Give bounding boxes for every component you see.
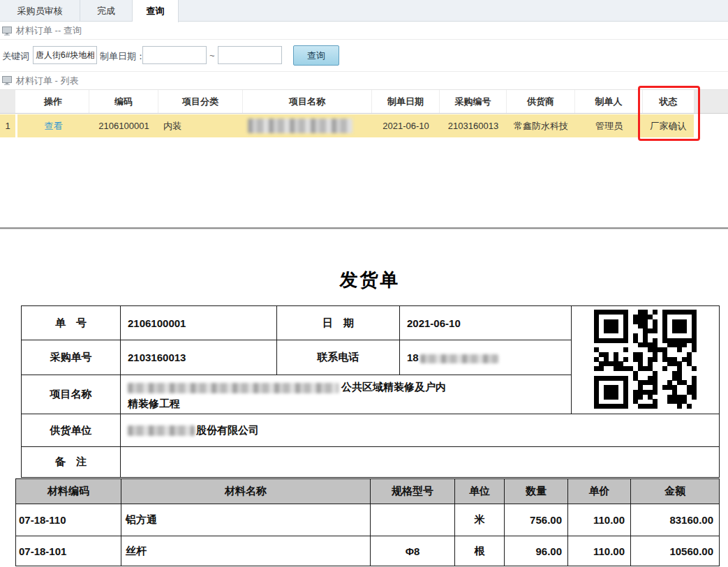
col-header-creator[interactable]: 制单人 (575, 90, 643, 113)
mat-spec (371, 504, 455, 536)
order-list-header: 操作 编码 项目分类 项目名称 制单日期 采购编号 供货商 制单人 状态 (0, 89, 728, 114)
col-header-supplier[interactable]: 供货商 (507, 90, 575, 113)
mat-unit: 米 (455, 504, 505, 536)
row-number-header (0, 90, 15, 113)
mat-code: 07-18-110 (16, 504, 121, 536)
document-divider (0, 227, 728, 229)
order-no-value: 2106100001 (121, 306, 277, 340)
mat-col-price: 单价 (568, 479, 631, 504)
project-name-cell (243, 114, 372, 137)
mat-price: 110.00 (568, 536, 631, 566)
col-header-date[interactable]: 制单日期 (372, 90, 440, 113)
order-date-label: 制单日期： (100, 50, 145, 63)
screen: 采购员审核 完成 查询 材料订单 -- 查询 关键词： 制单日期： ~ 查询 材… (0, 0, 728, 567)
date-label: 日 期 (277, 306, 400, 340)
list-panel-title: 材料订单 - 列表 (16, 75, 79, 87)
purchase-no-value: 2103160013 (121, 340, 277, 375)
supplier-cell: 常鑫防水科技 (507, 114, 575, 137)
query-panel-title: 材料订单 -- 查询 (16, 24, 82, 37)
delivery-note-title: 发货单 (21, 268, 719, 292)
list-panel-header: 材料订单 - 列表 (0, 72, 728, 89)
mat-qty: 96.00 (505, 536, 568, 566)
mat-code: 07-18-101 (16, 536, 121, 566)
project-label: 项目名称 (22, 375, 121, 414)
creator-cell: 管理员 (575, 114, 643, 137)
redacted-supplier-text (128, 425, 195, 436)
view-link[interactable]: 查看 (45, 120, 63, 133)
mat-col-qty: 数量 (505, 479, 568, 504)
col-header-purchase-no[interactable]: 采购编号 (440, 90, 507, 113)
mat-qty: 756.00 (505, 504, 568, 536)
qr-cell (572, 306, 720, 414)
search-form: 关键词： 制单日期： ~ 查询 (0, 40, 728, 72)
phone-label: 联系电话 (277, 340, 400, 375)
mat-col-amount: 金额 (631, 479, 720, 504)
query-panel-header: 材料订单 -- 查询 (0, 22, 728, 40)
category-cell: 内装 (158, 114, 243, 137)
code-cell: 2106100001 (89, 114, 158, 137)
col-header-category[interactable]: 项目分类 (158, 90, 243, 113)
redacted-project-text (128, 383, 339, 393)
monitor-icon (2, 27, 12, 36)
mat-col-code: 材料编码 (16, 479, 121, 504)
delivery-note-info-table: 单 号 2106100001 日 期 2021-06-10 采购单号 21031… (21, 305, 720, 478)
supplier-visible-text: 股份有限公司 (196, 424, 259, 436)
order-no-label: 单 号 (22, 306, 121, 340)
mat-col-spec: 规格型号 (371, 479, 455, 504)
date-range-separator: ~ (209, 50, 215, 61)
qr-code (594, 310, 697, 409)
material-row: 07-18-101 丝杆 Φ8 根 96.00 110.00 10560.00 (16, 536, 720, 566)
order-list-table: 操作 编码 项目分类 项目名称 制单日期 采购编号 供货商 制单人 状态 1 查… (0, 89, 728, 137)
phone-value: 18 (400, 340, 572, 375)
table-row[interactable]: 1 查看 2106100001 内装 2021-06-10 2103160013… (0, 114, 728, 137)
col-header-action[interactable]: 操作 (17, 90, 89, 113)
keyword-input[interactable] (33, 46, 97, 64)
tab-bar: 采购员审核 完成 查询 (0, 0, 728, 22)
remark-value (121, 447, 720, 478)
mat-spec: Φ8 (371, 536, 455, 566)
tab-bar-filler (179, 0, 728, 21)
mat-amount: 83160.00 (631, 504, 720, 536)
mat-name: 铝方通 (121, 504, 371, 536)
materials-header-row: 材料编码 材料名称 规格型号 单位 数量 单价 金额 (16, 479, 720, 504)
tab-complete[interactable]: 完成 (80, 0, 133, 22)
mat-price: 110.00 (568, 504, 631, 536)
monitor-icon (2, 76, 12, 85)
date-from-input[interactable] (142, 46, 207, 64)
supplier-value: 股份有限公司 (121, 414, 720, 447)
search-button[interactable]: 查询 (293, 45, 339, 66)
phone-prefix: 18 (407, 351, 419, 363)
purchase-no-cell: 2103160013 (440, 114, 507, 137)
status-highlight-box (638, 86, 700, 141)
row-number-cell: 1 (0, 114, 15, 137)
date-cell: 2021-06-10 (372, 114, 440, 137)
tab-query[interactable]: 查询 (133, 0, 179, 22)
redacted-project-name (248, 119, 352, 133)
mat-col-unit: 单位 (455, 479, 505, 504)
mat-unit: 根 (455, 536, 505, 566)
supplier-label: 供货单位 (22, 414, 121, 447)
mat-name: 丝杆 (121, 536, 371, 566)
tab-purchaser-review[interactable]: 采购员审核 (0, 0, 80, 22)
purchase-no-label: 采购单号 (22, 340, 121, 375)
project-value: 公共区域精装修及户内 精装修工程 (121, 375, 572, 414)
project-visible-line1: 公共区域精装修及户内 (341, 381, 446, 393)
mat-amount: 10560.00 (631, 536, 720, 566)
date-value: 2021-06-10 (400, 306, 572, 340)
date-to-input[interactable] (218, 46, 282, 64)
redacted-phone (420, 354, 498, 363)
materials-table: 材料编码 材料名称 规格型号 单位 数量 单价 金额 07-18-110 铝方通… (15, 478, 720, 566)
col-header-project[interactable]: 项目名称 (243, 90, 372, 113)
col-header-code[interactable]: 编码 (89, 90, 158, 113)
material-row: 07-18-110 铝方通 米 756.00 110.00 83160.00 (16, 504, 720, 536)
project-visible-line2: 精装修工程 (128, 398, 180, 409)
remark-label: 备 注 (22, 447, 121, 478)
mat-col-name: 材料名称 (121, 479, 371, 504)
